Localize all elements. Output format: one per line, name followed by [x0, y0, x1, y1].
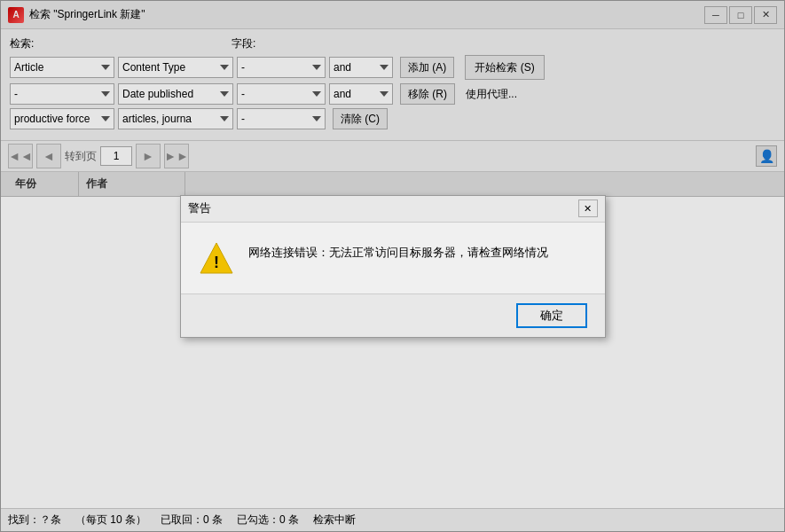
dialog-message: 网络连接错误：无法正常访问目标服务器，请检查网络情况: [248, 240, 548, 262]
dialog-close-button[interactable]: ✕: [578, 200, 598, 217]
warning-icon: !: [199, 240, 234, 276]
dialog-title-bar: 警告 ✕: [181, 196, 605, 223]
ok-button[interactable]: 确定: [516, 303, 587, 328]
dialog-title: 警告: [188, 200, 578, 216]
warning-triangle-svg: !: [199, 241, 234, 275]
svg-text:!: !: [214, 254, 219, 271]
alert-dialog: 警告 ✕ ! 网络连接错误：无法正常访问目标服务器，请检查网络情况 确定: [180, 195, 606, 338]
dialog-content: ! 网络连接错误：无法正常访问目标服务器，请检查网络情况: [181, 223, 605, 285]
dialog-overlay: 警告 ✕ ! 网络连接错误：无法正常访问目标服务器，请检查网络情况 确定: [0, 0, 785, 532]
dialog-footer: 确定: [181, 293, 605, 337]
